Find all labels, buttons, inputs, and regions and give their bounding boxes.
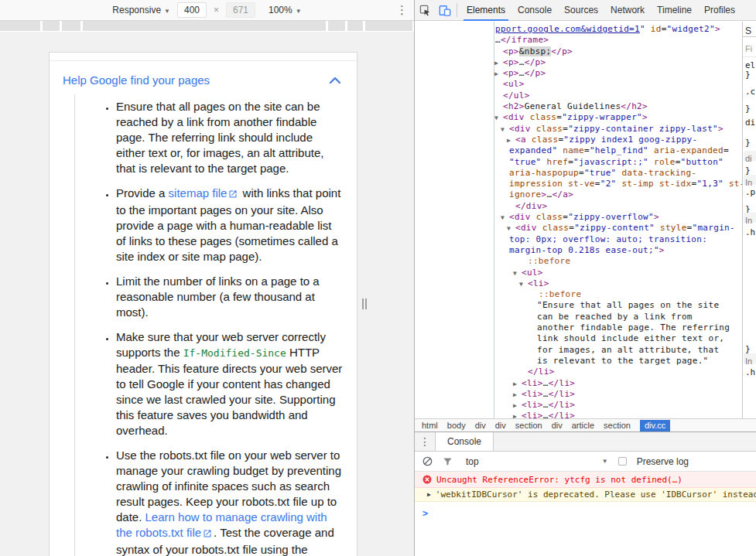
viewport-resize-handle[interactable]: [362, 298, 370, 309]
tree-disclosure-arrow-icon[interactable]: ▶: [513, 411, 517, 418]
clear-console-icon[interactable]: [422, 456, 433, 466]
media-query-segment[interactable]: [0, 21, 40, 31]
media-query-segment[interactable]: [328, 21, 345, 31]
preserve-log-label[interactable]: Preserve log: [637, 456, 689, 467]
viewport-width-input[interactable]: 400: [177, 2, 207, 18]
dom-tree-node[interactable]: ▶<p>…</p>: [494, 68, 742, 79]
styles-rule-fragment[interactable]: Fi: [745, 44, 752, 53]
preserve-log-checkbox[interactable]: [618, 457, 627, 466]
zoom-dropdown[interactable]: 100%▼: [269, 5, 302, 15]
styles-rule-fragment[interactable]: .h: [745, 367, 755, 377]
dom-tree-node[interactable]: ▼<div class="zippy-overflow">: [494, 212, 742, 223]
dom-tree-node[interactable]: ▼<div class="zippy-content" style="margi…: [494, 223, 742, 234]
styles-rule-fragment[interactable]: .h: [745, 227, 755, 237]
inline-link[interactable]: sitemap file: [169, 186, 227, 200]
tab-network[interactable]: Network: [604, 0, 651, 20]
dom-tree-node[interactable]: ▶<li>…</li>: [494, 411, 742, 418]
tab-console[interactable]: Console: [511, 0, 558, 20]
dom-tree-node[interactable]: ▶<li>…</li>: [494, 389, 742, 400]
dom-tree-node[interactable]: "true" href="javascript:;" role="button": [494, 157, 742, 168]
tab-profiles[interactable]: Profiles: [698, 0, 741, 20]
tree-disclosure-arrow-icon[interactable]: ▶: [494, 69, 498, 80]
dom-tree-node[interactable]: another findable page. The referring: [494, 322, 742, 333]
styles-rule-fragment[interactable]: .c: [745, 87, 755, 97]
breadcrumb-item[interactable]: div: [552, 421, 563, 430]
dom-tree-node[interactable]: ::before: [494, 289, 742, 300]
tree-disclosure-arrow-icon[interactable]: ▶: [513, 379, 517, 390]
expand-arrow-icon[interactable]: ▶: [427, 491, 431, 498]
media-query-segment[interactable]: [365, 21, 412, 31]
dom-tree-node[interactable]: top: 0px; overflow: auto; transition:: [494, 234, 742, 245]
tree-disclosure-arrow-icon[interactable]: ▶: [494, 58, 498, 69]
styles-rule-fragment[interactable]: .p: [745, 187, 755, 197]
dom-tree-node[interactable]: ▶<p>…</p>: [494, 57, 742, 68]
styles-section-header[interactable]: di: [744, 151, 756, 161]
styles-rule-fragment[interactable]: }: [745, 104, 751, 114]
tree-disclosure-arrow-icon[interactable]: ▼: [513, 268, 517, 279]
dom-tree-node[interactable]: ▶<a class="zippy index1 goog-zippy-: [494, 135, 742, 145]
breadcrumb-item[interactable]: body: [447, 421, 466, 430]
breadcrumb-item[interactable]: section: [604, 421, 631, 430]
tree-disclosure-arrow-icon[interactable]: ▼: [507, 223, 511, 234]
dom-tree-node[interactable]: …</iframe>: [494, 35, 742, 46]
tab-console-drawer[interactable]: Console: [435, 432, 494, 451]
dom-tree-node[interactable]: ignore>…</a>: [494, 189, 742, 200]
dom-tree-node[interactable]: ::before: [494, 256, 742, 267]
tab-timeline[interactable]: Timeline: [651, 0, 698, 20]
dom-tree-node[interactable]: ▶<li>…</li>: [494, 400, 742, 411]
breadcrumb-item[interactable]: article: [572, 421, 594, 430]
breadcrumb-item[interactable]: html: [422, 421, 438, 430]
dom-tree-node[interactable]: </div>: [494, 201, 742, 212]
dom-tree-node[interactable]: can be reached by a link from: [494, 312, 742, 322]
dom-tree-node[interactable]: ▼<div class="zippy-wrapper">: [494, 112, 742, 123]
zippy-header[interactable]: Help Google find your pages: [50, 61, 357, 94]
dom-tree-node[interactable]: ▼<li>: [494, 278, 742, 289]
media-query-segment[interactable]: [62, 21, 80, 31]
device-toolbar-toggle-icon[interactable]: [435, 2, 455, 19]
dom-tree-node[interactable]: pport.google.com&widgetid=1" id="widget2…: [494, 24, 742, 35]
dom-tree-node[interactable]: </li>: [494, 367, 742, 377]
dom-tree-node[interactable]: is relevant to the target page.": [494, 356, 742, 367]
console-error-row[interactable]: Uncaught ReferenceError: ytcfg is not de…: [415, 472, 756, 488]
dom-tree-node[interactable]: ▶<li>…</li>: [494, 378, 742, 389]
breadcrumb-item[interactable]: section: [515, 421, 542, 430]
styles-rule-fragment[interactable]: S: [745, 26, 751, 36]
dom-tree-node[interactable]: <p>&nbsp;</p>: [494, 46, 742, 57]
console-prompt[interactable]: >: [415, 502, 756, 520]
tree-disclosure-arrow-icon[interactable]: ▶: [513, 390, 517, 401]
dom-tree-node[interactable]: link should include either text or,: [494, 333, 742, 344]
styles-section-header[interactable]: In: [744, 353, 756, 363]
execution-context-select[interactable]: top: [466, 456, 479, 467]
dom-tree-node[interactable]: ▼<ul>: [494, 268, 742, 278]
tree-disclosure-arrow-icon[interactable]: ▼: [501, 125, 505, 135]
styles-rule-fragment[interactable]: }: [745, 70, 751, 80]
console-menu-icon[interactable]: ⋮: [415, 432, 435, 451]
breadcrumb-item[interactable]: div: [495, 421, 506, 430]
dom-tree-node[interactable]: <h2>General Guidelines</h2>: [494, 101, 742, 112]
tree-disclosure-arrow-icon[interactable]: ▶: [507, 135, 511, 146]
dom-tree-node[interactable]: aria-haspopup="true" data-tracking-: [494, 168, 742, 179]
dom-tree-node[interactable]: <ul>: [494, 79, 742, 90]
tree-disclosure-arrow-icon[interactable]: ▼: [501, 213, 505, 223]
styles-section-header[interactable]: In: [744, 213, 756, 223]
dom-tree-node[interactable]: </ul>: [494, 90, 742, 101]
tab-sources[interactable]: Sources: [558, 0, 604, 20]
breadcrumb-item-selected[interactable]: div.cc: [640, 420, 670, 431]
filter-icon[interactable]: [443, 457, 453, 466]
media-query-segment[interactable]: [43, 21, 60, 31]
chevron-down-icon[interactable]: ▼: [602, 458, 608, 465]
external-link-icon[interactable]: [228, 187, 238, 203]
chevron-up-icon[interactable]: [329, 77, 341, 84]
dom-tree-node[interactable]: impression st-ve="2" st-imp st-idx="1,3"…: [494, 179, 742, 189]
styles-rule-fragment[interactable]: }: [745, 138, 751, 148]
dom-tree-node[interactable]: expanded" name="help_find" aria-expanded…: [494, 145, 742, 156]
tree-disclosure-arrow-icon[interactable]: ▶: [513, 401, 517, 411]
dom-tree-node[interactable]: "Ensure that all pages on the site: [494, 300, 742, 311]
styles-section-header[interactable]: In: [744, 175, 756, 185]
inspect-element-icon[interactable]: [415, 2, 435, 19]
console-warning-row[interactable]: ▶ 'webkitIDBCursor' is deprecated. Pleas…: [415, 488, 756, 502]
dom-tree-node[interactable]: margin-top 0.218s ease-out;">: [494, 245, 742, 256]
device-toolbar-menu-icon[interactable]: ⋮: [396, 3, 408, 17]
tree-disclosure-arrow-icon[interactable]: ▼: [494, 113, 498, 124]
tab-elements[interactable]: Elements: [460, 0, 511, 20]
